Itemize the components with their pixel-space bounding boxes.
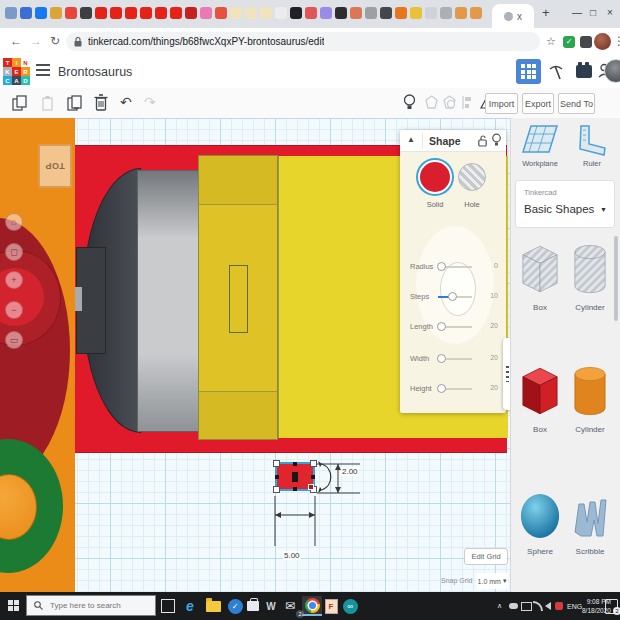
copy-icon[interactable]	[12, 95, 27, 111]
slider-track[interactable]	[438, 266, 472, 268]
f-app-icon[interactable]: F	[321, 596, 341, 616]
visibility-bulb-icon[interactable]	[492, 133, 501, 148]
model-shaft-stub[interactable]	[75, 287, 82, 311]
store-app-icon[interactable]	[243, 596, 263, 616]
category-dropdown-icon[interactable]: ▼	[600, 206, 607, 213]
tab-favicon[interactable]	[305, 7, 317, 19]
shape-item-box-hole[interactable]: Box	[515, 234, 565, 346]
new-tab-button[interactable]: +	[542, 5, 550, 20]
slider-track[interactable]	[438, 388, 472, 390]
slider-track[interactable]	[438, 326, 472, 328]
tray-wifi-icon[interactable]	[533, 592, 543, 620]
tray-red-app-icon[interactable]	[555, 592, 563, 620]
brick-icon[interactable]	[576, 62, 592, 78]
slider-handle[interactable]	[437, 262, 446, 271]
bookmark-star-icon[interactable]: ☆	[546, 35, 556, 48]
gallery-scrollbar[interactable]	[614, 236, 618, 321]
show-all-bulb-icon[interactable]	[403, 94, 416, 111]
taskbar-search[interactable]	[26, 595, 156, 616]
dashboard-grid-button[interactable]	[516, 59, 541, 84]
start-button[interactable]	[8, 600, 19, 611]
tab-favicon[interactable]	[155, 7, 167, 19]
send-to-button[interactable]: Send To	[558, 93, 595, 114]
zoom-out-button[interactable]: −	[5, 301, 23, 319]
task-view-button[interactable]	[158, 596, 178, 616]
shape-item-cylinder-solid[interactable]: Cylinder	[565, 356, 615, 468]
tray-language[interactable]: ENG	[567, 592, 582, 620]
tab-favicon[interactable]	[200, 7, 212, 19]
group-icon[interactable]	[424, 95, 439, 110]
edit-grid-button[interactable]: Edit Grid	[464, 548, 508, 565]
action-center-icon[interactable]: 2	[605, 592, 618, 620]
tab-favicon[interactable]	[95, 7, 107, 19]
file-explorer-icon[interactable]	[203, 596, 223, 616]
tab-favicon[interactable]	[395, 7, 407, 19]
tab-favicon[interactable]	[230, 7, 242, 19]
teal-app-icon[interactable]: ∞	[340, 596, 360, 616]
perspective-toggle-button[interactable]: ▭	[5, 331, 23, 349]
tab-favicon[interactable]	[260, 7, 272, 19]
tab-favicon[interactable]	[320, 7, 332, 19]
tab-favicon[interactable]	[80, 7, 92, 19]
account-avatar[interactable]	[604, 59, 620, 83]
fit-view-button[interactable]: ◻	[5, 243, 23, 261]
ruler-tool[interactable]: Ruler	[577, 124, 607, 168]
tab-favicon[interactable]	[5, 7, 17, 19]
tab-favicon[interactable]	[470, 7, 482, 19]
slider-track[interactable]	[438, 296, 472, 298]
ungroup-icon[interactable]	[442, 95, 457, 110]
collapse-icon[interactable]: ▲	[407, 135, 415, 144]
hole-option[interactable]	[458, 163, 486, 191]
reload-icon[interactable]: ↻	[50, 34, 60, 48]
tab-favicon[interactable]	[125, 7, 137, 19]
shape-item-sphere[interactable]: Sphere	[515, 478, 565, 590]
window-maximize-button[interactable]: □	[590, 7, 596, 18]
export-button[interactable]: Export	[522, 93, 554, 114]
window-close-button[interactable]: ×	[607, 7, 613, 18]
tab-favicon[interactable]	[275, 7, 287, 19]
solid-option[interactable]	[420, 162, 450, 192]
tab-favicon[interactable]	[365, 7, 377, 19]
duplicate-icon[interactable]	[66, 95, 83, 111]
align-icon[interactable]	[461, 95, 473, 110]
tray-display-icon[interactable]	[521, 592, 532, 620]
chrome-app-icon[interactable]	[302, 596, 322, 616]
tab-favicon[interactable]	[350, 7, 362, 19]
design-title[interactable]: Brontosaurus	[58, 65, 132, 79]
tab-favicon[interactable]	[290, 7, 302, 19]
tab-favicon[interactable]	[440, 7, 452, 19]
model-orange-part[interactable]	[0, 118, 75, 592]
redo-icon[interactable]: ↷	[144, 94, 156, 110]
slider-handle[interactable]	[437, 354, 446, 363]
tab-favicon[interactable]	[170, 7, 182, 19]
extension-icon[interactable]	[580, 36, 592, 48]
tray-volume-icon[interactable]	[545, 592, 551, 620]
slider-handle[interactable]	[437, 384, 446, 393]
edge-app-icon[interactable]: e	[180, 596, 200, 616]
tab-favicon[interactable]	[65, 7, 77, 19]
tray-cloud-icon[interactable]	[509, 592, 518, 620]
url-bar[interactable]: tinkercad.com/things/b68fwcXqxPY-brontos…	[66, 32, 540, 51]
dimension-width-label[interactable]: 5.00	[283, 551, 301, 560]
shape-item-cylinder-hole[interactable]: Cylinder	[565, 234, 615, 346]
forward-icon[interactable]: →	[30, 34, 42, 48]
home-view-button[interactable]: ⌂	[5, 213, 23, 231]
tab-favicon[interactable]	[380, 7, 392, 19]
import-button[interactable]: Import	[485, 93, 518, 114]
tab-favicon[interactable]	[335, 7, 347, 19]
tab-favicon[interactable]	[425, 7, 437, 19]
tab-favicon[interactable]	[140, 7, 152, 19]
tab-favicon[interactable]	[110, 7, 122, 19]
slider-handle[interactable]	[448, 292, 457, 301]
panel-drag-handle[interactable]	[503, 338, 510, 410]
search-input[interactable]	[48, 600, 152, 611]
paste-icon[interactable]	[40, 95, 55, 111]
model-gray-cylinder-body[interactable]	[137, 170, 199, 432]
dimension-height-label[interactable]: 2.00	[341, 467, 359, 476]
tab-favicon[interactable]	[215, 7, 227, 19]
word-app-icon[interactable]: W	[261, 596, 281, 616]
browser-profile-avatar[interactable]	[594, 33, 611, 50]
pickaxe-icon[interactable]	[547, 62, 565, 81]
undo-icon[interactable]: ↶	[120, 94, 132, 110]
window-minimize-button[interactable]: —	[572, 7, 582, 18]
